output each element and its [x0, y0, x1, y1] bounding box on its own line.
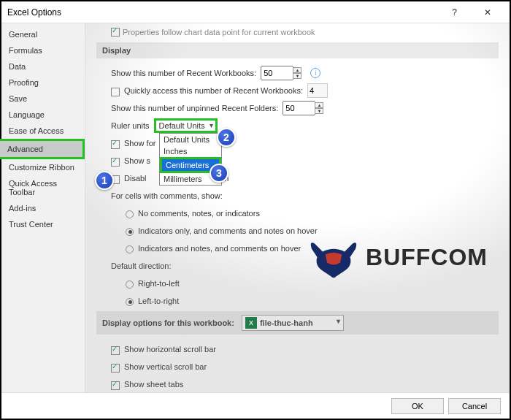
show-screentips-checkbox[interactable] — [111, 158, 120, 167]
callout-3: 3 — [210, 164, 228, 183]
quick-access-label: Quickly access this number of Recent Wor… — [124, 86, 303, 95]
sidebar-item-advanced[interactable]: Advanced — [0, 139, 85, 159]
recent-workbooks-input[interactable] — [261, 66, 293, 80]
sheet-tabs-checkbox[interactable] — [111, 381, 120, 390]
radio-indicators-notes[interactable] — [126, 245, 134, 253]
disable-label: Disabl — [124, 174, 147, 183]
help-button[interactable]: ? — [438, 7, 471, 18]
radio-rtl[interactable] — [126, 280, 134, 289]
show-for-label: Show for — [124, 139, 155, 148]
show-s-label: Show s — [124, 156, 150, 165]
window-title: Excel Options — [7, 7, 438, 18]
checkbox-icon[interactable] — [111, 28, 120, 37]
sidebar-item-customize-ribbon[interactable]: Customize Ribbon — [1, 159, 85, 175]
callout-2: 2 — [217, 128, 236, 147]
unpinned-folders-label: Show this number of unpinned Recent Fold… — [111, 104, 278, 112]
v-scrollbar-checkbox[interactable] — [111, 364, 120, 373]
spinner-icon[interactable]: ▴▾ — [315, 102, 323, 114]
radio-no-comments[interactable] — [126, 210, 134, 218]
sidebar-item-ease-of-access[interactable]: Ease of Access — [1, 123, 85, 139]
sidebar-item-data[interactable]: Data — [1, 58, 85, 75]
recent-workbooks-label: Show this number of Recent Workbooks: — [111, 69, 256, 77]
sidebar-item-add-ins[interactable]: Add-ins — [1, 200, 85, 216]
callout-1: 1 — [95, 171, 114, 190]
quick-access-input — [307, 83, 328, 98]
show-formula-bar-checkbox[interactable] — [111, 140, 120, 149]
option-default-units[interactable]: Default Units — [160, 134, 221, 145]
h-scrollbar-checkbox[interactable] — [111, 346, 120, 355]
cancel-button[interactable]: Cancel — [448, 398, 501, 414]
truncated-option: Properties follow chart data point for c… — [96, 23, 499, 42]
sidebar-item-trust-center[interactable]: Trust Center — [1, 216, 85, 232]
section-display: Display — [96, 42, 499, 58]
sidebar-item-formulas[interactable]: Formulas — [1, 42, 85, 58]
sidebar-item-save[interactable]: Save — [1, 91, 85, 107]
workbook-select[interactable]: X file-thuc-hanh — [242, 315, 344, 331]
close-button[interactable]: ✕ — [471, 7, 504, 18]
quick-access-checkbox[interactable] — [111, 88, 120, 96]
sidebar-item-quick-access-toolbar[interactable]: Quick Access Toolbar — [1, 175, 85, 200]
radio-indicators-only[interactable] — [126, 228, 134, 236]
unpinned-folders-input[interactable] — [283, 101, 315, 115]
ruler-units-label: Ruler units — [111, 121, 150, 130]
spinner-icon[interactable]: ▴▾ — [293, 67, 301, 79]
sidebar-item-general[interactable]: General — [1, 26, 85, 42]
radio-ltr[interactable] — [126, 298, 134, 306]
excel-icon: X — [245, 317, 257, 329]
sidebar-item-language[interactable]: Language — [1, 107, 85, 123]
ok-button[interactable]: OK — [391, 398, 444, 414]
sidebar: General Formulas Data Proofing Save Lang… — [1, 23, 85, 392]
comments-label: For cells with comments, show: — [111, 191, 223, 200]
sidebar-item-proofing[interactable]: Proofing — [1, 75, 85, 91]
default-direction-label: Default direction: — [111, 261, 172, 270]
section-workbook-display: Display options for this workbook: X fil… — [96, 311, 499, 335]
info-icon[interactable]: i — [310, 68, 320, 78]
ruler-units-select[interactable]: Default Units — [154, 118, 218, 133]
option-inches[interactable]: Inches — [160, 145, 221, 157]
